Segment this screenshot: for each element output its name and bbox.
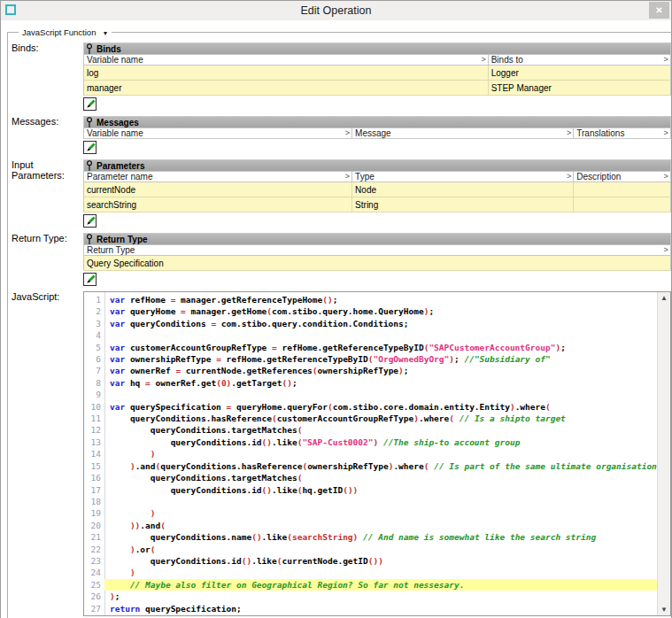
code-line[interactable]: 25 // Maybe also filter on Geographical … [84,579,657,591]
code-line[interactable]: 13 queryConditions.id().like("SAP-Cust00… [84,436,657,448]
table-cell[interactable]: Logger [489,66,670,80]
code-line[interactable]: 5var customerAccountGroupRefType = refHo… [84,342,657,353]
table-row[interactable]: logLogger [83,66,671,81]
vertical-scrollbar[interactable]: ▲ ▼ [657,292,670,615]
column-header-variable-name[interactable]: Variable name> [84,55,489,65]
window-icon [5,4,16,15]
line-number: 4 [84,329,104,341]
code-line[interactable]: 21 queryConditions.name().like(searchStr… [84,531,657,543]
code-line[interactable]: 3var queryConditions = com.stibo.query.c… [84,318,657,329]
table-cell[interactable]: Node [352,182,574,197]
column-header-message[interactable]: Message> [352,128,574,138]
code-area[interactable]: 1var refHome = manager.getReferenceTypeH… [84,292,657,615]
code-line[interactable]: 14 ) [84,448,657,460]
code-line[interactable]: 26); [84,591,657,602]
binds-edit-button[interactable] [83,97,97,111]
table-row[interactable]: managerSTEP Manager [83,81,671,96]
code-editor[interactable]: 1var refHome = manager.getReferenceTypeH… [83,291,671,616]
messages-edit-button[interactable] [83,141,97,154]
code-line[interactable]: 22 ).or( [84,544,657,555]
code-line[interactable]: 8var hq = ownerRef.get(0).getTarget(); [84,377,657,389]
input-parameters-table-header: Parameters [83,159,671,171]
line-number: 6 [84,353,104,365]
scrollbar-down-icon[interactable]: ▼ [660,604,668,615]
close-button[interactable]: ✕ [649,2,669,19]
code-line-text: // Maybe also filter on Geographical Reg… [104,579,657,591]
table-cell[interactable] [574,197,670,212]
sort-icon: > [345,129,350,137]
code-line[interactable]: 2var queryHome = manager.getHome(com.sti… [84,305,657,317]
input-parameters-table: ParametersParameter name>Type>Descriptio… [83,159,671,228]
code-line[interactable]: 9 [84,389,657,400]
column-header-binds-to[interactable]: Binds to> [489,55,670,65]
sort-icon: > [664,173,668,181]
code-line[interactable]: 19 ) [84,507,657,519]
return-type-edit-button[interactable] [83,273,97,286]
column-header-label: Binds to [491,55,523,65]
code-line[interactable]: 7var ownerRef = currentNode.getReference… [84,365,657,376]
column-header-label: Description [576,172,621,182]
line-number: 26 [84,591,104,602]
code-line[interactable]: 6var ownershipRefType = refHome.getRefer… [84,353,657,365]
pin-icon [86,234,93,244]
table-cell[interactable]: currentNode [84,182,352,197]
code-line[interactable]: 24 ) [84,567,657,578]
table-cell[interactable]: Query Specification [84,256,670,270]
sort-icon: > [664,56,668,64]
column-header-label: Parameter name [87,172,152,182]
code-line[interactable]: 12 queryConditions.targetMatches( [84,424,657,436]
code-line-text: ); [104,591,657,602]
code-line[interactable]: 27return querySpecification; [84,603,657,614]
pin-icon [86,43,93,54]
code-line[interactable]: 10var querySpecification = queryHome.que… [84,401,657,413]
column-header-row: Variable name>Binds to> [83,54,671,66]
column-header-type[interactable]: Type> [352,172,574,182]
form-row-return-type: Return Type:Return TypeReturn Type>Query… [12,233,671,286]
code-line[interactable]: 23 queryConditions.id().like(currentNode… [84,555,657,567]
table-cell[interactable]: STEP Manager [489,81,670,95]
table-cell[interactable]: manager [84,81,489,95]
line-number: 3 [84,318,104,329]
column-header-variable-name[interactable]: Variable name> [84,128,352,138]
code-line[interactable]: 17 queryConditions.id().like(hq.getID()) [84,484,657,496]
column-header-translations[interactable]: Translations> [574,128,670,138]
line-number: 27 [84,603,104,614]
line-number: 17 [84,484,104,496]
line-number: 13 [84,436,104,448]
column-header-row: Variable name>Message>Translations> [83,127,671,139]
table-row[interactable]: currentNodeNode [83,182,671,197]
table-row[interactable]: Query Specification [83,256,671,271]
column-header-description[interactable]: Description> [574,172,670,182]
table-cell[interactable] [574,182,670,197]
dialog-body: JavaScript Function▼ Binds:BindsVariable… [1,20,671,618]
code-line-text [104,496,657,507]
scrollbar-up-icon[interactable]: ▲ [660,292,668,304]
code-line[interactable]: 15 ).and(queryConditions.hasReference(ow… [84,460,657,472]
table-cell[interactable]: log [84,66,489,80]
edit-operation-dialog: Edit Operation ✕ JavaScript Function▼ Bi… [0,0,672,618]
sort-icon: > [567,129,571,137]
line-number: 18 [84,496,104,507]
code-line-text: ).or( [104,544,657,555]
code-line[interactable]: 1var refHome = manager.getReferenceTypeH… [84,294,657,305]
code-line[interactable]: 4 [84,329,657,341]
input-parameters-label: Input Parameters: [12,159,83,228]
table-cell[interactable]: String [352,197,574,212]
code-line[interactable]: 18 [84,496,657,507]
input-parameters-edit-button[interactable] [83,214,97,228]
titlebar: Edit Operation ✕ [1,1,671,20]
code-line[interactable]: 20 )).and( [84,520,657,531]
groupbox-legend[interactable]: JavaScript Function▼ [19,27,112,37]
table-header-title: Binds [97,44,121,54]
code-line[interactable]: 11 queryConditions.hasReference(customer… [84,413,657,424]
code-line[interactable]: 16 queryConditions.targetMatches( [84,472,657,483]
line-number: 19 [84,507,104,519]
column-header-parameter-name[interactable]: Parameter name> [84,172,352,182]
table-row[interactable]: searchStringString [83,197,671,212]
column-header-return-type[interactable]: Return Type> [84,245,670,255]
messages-label: Messages: [12,116,83,154]
sort-icon: > [345,173,350,181]
return-type-label: Return Type: [12,233,83,286]
sort-icon: > [567,173,571,181]
table-cell[interactable]: searchString [84,197,352,212]
